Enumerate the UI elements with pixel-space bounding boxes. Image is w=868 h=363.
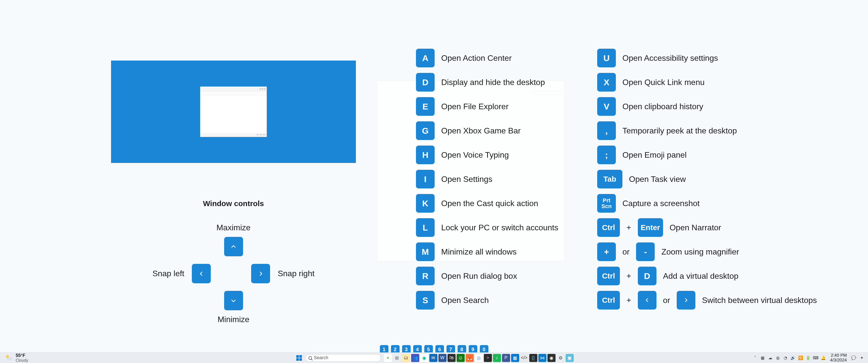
shortcut-label: Open Task view [629,174,686,184]
taskbar-app-code-2[interactable]: {} [529,354,537,362]
clock-time: 2:40 PM [830,353,847,358]
key-badge: - [636,242,655,261]
key-badge: Ctrl [597,291,620,309]
taskbar-app-outlook[interactable]: ✉ [429,354,437,362]
tray-icon-9[interactable]: 🔔 [820,355,826,361]
taskbar-clock[interactable]: 2:40 PM 4/3/2024 [830,353,847,363]
tray-icon-1[interactable]: ▦ [760,355,766,361]
weather-widget[interactable]: 55°F Cloudy [5,353,28,363]
key-badge: U [597,49,616,67]
maximize-label: Maximize [216,223,250,232]
notifications-icon[interactable]: 💬 [851,355,857,361]
shortcut-label: Temporarily peek at the desktop [622,126,737,135]
key-badge: M [416,242,435,261]
taskbar-app-xbox[interactable]: ⊙ [457,354,465,362]
snap-right-label: Snap right [278,269,314,278]
window-controls-section: Window controls Maximize Snap left Snap … [114,199,353,324]
key-joiner: + [626,296,631,305]
tray-icon-8[interactable]: ⌨ [813,355,818,361]
taskbar-app-firefox[interactable]: 🦊 [466,354,474,362]
key-badge: D [416,73,435,92]
taskbar-app-music[interactable]: ♪ [493,354,501,362]
shortcut-row: +or-Zoom using magnifier [597,242,817,261]
taskbar-center: Search ✦⊞🗂👥◉✉W🛍⊙🦊◎>♪P▦</>{}⋈◉⚙▣ [294,354,574,363]
shortcut-label: Open clipboard history [622,102,703,111]
start-button[interactable] [294,354,304,363]
shortcut-row: KOpen the Cast quick action [416,194,558,213]
arrow-right-key [677,291,695,309]
key-badge: G [416,121,435,140]
key-badge: , [597,121,616,140]
shortcut-label: Add a virtual desktop [663,271,739,281]
search-placeholder: Search [314,355,329,361]
tray-icon-0[interactable]: ˄ [752,355,758,361]
key-badge: X [597,73,616,92]
shortcut-label: Open Run dialog box [441,271,517,281]
shortcut-row: HOpen Voice Typing [416,145,558,164]
key-badge: ; [597,145,616,164]
taskbar-app-teams[interactable]: 👥 [411,354,419,362]
shortcut-label: Zoom using magnifier [661,247,739,257]
window-controls-title: Window controls [114,199,353,208]
shortcuts-column-1: AOpen Action CenterDDisplay and hide the… [416,49,558,315]
taskbar-app-terminal[interactable]: > [484,354,492,362]
shortcut-label: Open Accessibility settings [622,54,718,63]
taskbar-app-store[interactable]: 🛍 [447,354,456,362]
desktop-illustration [111,61,356,163]
arrow-right-key [251,264,270,283]
key-joiner: + [626,223,631,232]
arrow-down-key [224,291,243,310]
shortcut-row: XOpen Quick Link menu [597,73,817,92]
tray-icon-4[interactable]: ◔ [783,355,788,361]
copilot-tray-icon[interactable]: ✦ [859,355,865,361]
shortcut-label: Open the Cast quick action [441,199,538,208]
taskbar-app-obs[interactable]: ◉ [548,354,556,362]
shortcut-label: Capture a screenshot [622,199,700,208]
taskbar-app-p-app[interactable]: P [502,354,510,362]
shortcut-row: IOpen Settings [416,170,558,189]
taskbar-search[interactable]: Search [305,354,381,362]
mini-window [200,87,267,137]
key-joiner: or [622,247,629,257]
shortcut-label: Open File Explorer [441,102,508,111]
key-joiner: + [626,271,631,281]
taskbar-app-code-1[interactable]: </> [520,354,528,362]
minimize-label: Minimize [218,315,249,324]
shortcut-row: EOpen File Explorer [416,97,558,116]
key-badge: R [416,267,435,285]
shortcut-label: Open Voice Typing [441,150,509,160]
shortcut-label: Open Search [441,296,489,305]
key-badge: Ctrl [597,267,620,285]
tray-icon-6[interactable]: 🛜 [798,355,803,361]
key-badge: V [597,97,616,116]
tray-icon-3[interactable]: ◍ [775,355,781,361]
key-badge: D [638,267,656,285]
taskbar-app-copilot[interactable]: ✦ [384,354,392,362]
key-badge: S [416,291,435,309]
shortcut-row: Ctrl+orSwitch between virtual desktops [597,291,817,309]
key-badge: H [416,145,435,164]
system-tray: ˄▦☁◍◔🔊🛜🔋⌨🔔 2:40 PM 4/3/2024 💬 ✦ [752,353,865,363]
key-badge: E [416,97,435,116]
taskbar: 55°F Cloudy Search ✦⊞🗂👥◉✉W🛍⊙🦊◎>♪P▦</>{}⋈… [0,353,868,363]
arrow-left-key [192,264,211,283]
taskbar-app-task-view[interactable]: ⊞ [393,354,401,362]
chevron-right-icon [257,270,264,277]
taskbar-app-chrome[interactable]: ◎ [475,354,483,362]
shortcut-label: Open Narrator [670,223,721,232]
taskbar-app-settings[interactable]: ⚙ [557,354,565,362]
weather-cond: Cloudy [16,358,28,363]
taskbar-app-edge[interactable]: ◉ [420,354,428,362]
taskbar-app-vscode[interactable]: ⋈ [538,354,547,362]
tray-icon-2[interactable]: ☁ [768,355,773,361]
taskbar-app-file-explorer[interactable]: 🗂 [402,354,410,362]
taskbar-app-calendar[interactable]: ▦ [511,354,519,362]
shortcut-row: SOpen Search [416,291,558,309]
shortcut-row: ,Temporarily peek at the desktop [597,121,817,140]
shortcut-row: Ctrl+EnterOpen Narrator [597,218,817,237]
taskbar-app-word[interactable]: W [438,354,446,362]
key-badge: A [416,49,435,67]
taskbar-app-app-x[interactable]: ▣ [566,354,574,362]
tray-icon-7[interactable]: 🔋 [805,355,811,361]
tray-icon-5[interactable]: 🔊 [790,355,796,361]
